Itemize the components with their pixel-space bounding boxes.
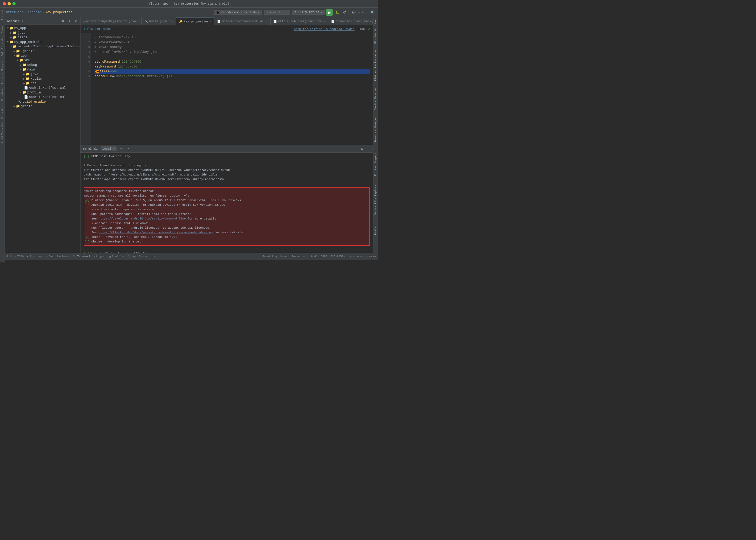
terminal-item[interactable]: ⬛ Terminal xyxy=(73,255,90,258)
debug-button[interactable]: 🐛 xyxy=(334,10,340,15)
project-panel: Android ▾ ⚙ ≡ ⚙ ▼ 📁 my_app ▶ 📁 java ▶ 📁 … xyxy=(5,17,80,253)
device-selector[interactable]: 📱 <no device selected> ▾ xyxy=(214,10,262,15)
tree-item-res[interactable]: ▶ 📁 res xyxy=(5,81,80,85)
breadcrumb: flutter-app › android › key.properties xyxy=(2,11,72,14)
hide-button[interactable]: Hide xyxy=(358,28,365,31)
profiler-item[interactable]: ◑ Profiler xyxy=(109,255,125,258)
device-manager-label[interactable]: Device Manager xyxy=(374,87,377,110)
terminal-content[interactable]: [✓] HTTP Host Availability ! Doctor foun… xyxy=(80,153,373,253)
tree-item-my-app-android[interactable]: ▼ 📁 my_app_android xyxy=(5,40,80,44)
project-gear[interactable]: ⚙ xyxy=(73,19,78,23)
search-button[interactable]: 🔍 xyxy=(370,10,376,15)
charset[interactable]: ISO-8859-1 xyxy=(330,255,347,258)
problems-item[interactable]: ● Problems xyxy=(27,255,43,258)
tab-close-icon[interactable]: ✕ xyxy=(137,20,139,23)
minimize-button[interactable] xyxy=(8,2,11,5)
pixel-selector[interactable]: Pixel 5 API 30 ▾ xyxy=(292,10,324,15)
tree-item-app[interactable]: ▼ 📁 app xyxy=(5,54,80,58)
tree-item-gradle[interactable]: ▶ 📁 .gradle xyxy=(5,49,80,54)
tree-item-java[interactable]: ▶ 📁 java xyxy=(5,31,80,35)
tab-key-properties[interactable]: 🔑 key.properties ✕ xyxy=(176,18,214,25)
build-variants-label[interactable]: Build Variants xyxy=(1,123,4,144)
flutter-inspector-label[interactable]: Flutter Inspector xyxy=(374,149,377,177)
code-content[interactable]: # storePassword=123456 # keyPassword=123… xyxy=(91,33,373,145)
project-collapse[interactable]: ≡ xyxy=(67,19,71,23)
tree-item-kotlin[interactable]: ▶ 📁 kotlin xyxy=(5,76,80,81)
tab-close-icon[interactable]: ✕ xyxy=(324,20,325,23)
term-sel-4: [!] Android toolchain - develop for Andr… xyxy=(84,203,369,207)
term-sel-3: [✓] Flutter (Channel stable, 3.0.5, on m… xyxy=(84,198,369,203)
terminal-minimize[interactable]: ─ xyxy=(366,146,371,151)
maximize-button[interactable] xyxy=(12,2,16,5)
pull-requests-label[interactable]: Pull Requests xyxy=(1,37,4,56)
tree-item-androidmanifest2[interactable]: 📄 AndroidManifest.xml xyxy=(5,95,80,99)
tree-item-java2[interactable]: ▶ 📁 java xyxy=(5,72,80,76)
traffic-lights xyxy=(3,2,16,5)
project-label[interactable]: Project xyxy=(1,10,4,20)
dart-analysis-item[interactable]: ≡ Dart Analysis xyxy=(46,255,70,258)
open-in-studio-link[interactable]: Open for Editing in Android Studio xyxy=(294,28,354,31)
tree-item-debug[interactable]: ▶ 📁 debug xyxy=(5,63,80,67)
event-log[interactable]: Event Log xyxy=(262,255,277,258)
git-button[interactable]: Git: ✓ ✓ ↑ xyxy=(351,10,368,15)
terminal-tab-local[interactable]: Local ✕ xyxy=(101,146,116,151)
favorites-label[interactable]: Favorites xyxy=(1,105,4,119)
tree-item-main[interactable]: ▼ 📁 main xyxy=(5,67,80,72)
terminal-tab-add[interactable]: + xyxy=(119,147,124,151)
terminal-title: Terminal: Local ✕ + › xyxy=(83,146,131,151)
tree-item-android-root[interactable]: ▼ 📁 android ~/Flutter/applications/flutt… xyxy=(5,44,80,49)
tab-plugin-registrant[interactable]: ☕ neratedPluginRegistrant.java ✕ xyxy=(80,18,142,25)
layout-inspector[interactable]: Layout:Inspector: xyxy=(280,255,308,258)
code-line-1: # storePassword=123456 xyxy=(94,35,370,40)
todo-icon: ≡ xyxy=(15,255,16,258)
term-sel-12: [✓] Chrome - develop for the web xyxy=(84,239,369,244)
tree-item-profile[interactable]: ▼ 📁 profile xyxy=(5,90,80,95)
tab-launch-bg-v21[interactable]: 📄 v21/launch_background.xml ✕ xyxy=(271,18,328,25)
term-line-2: ! Doctor found issues in 1 category. xyxy=(84,163,370,168)
tab-launch-bg-drawable[interactable]: 📄 drawable/launch_background.xml ✕ xyxy=(328,18,373,25)
close-button[interactable] xyxy=(3,2,6,5)
clock: 9:41 xyxy=(311,255,317,258)
emulator-label[interactable]: Emulator xyxy=(374,222,377,235)
logcat-item[interactable]: ≡ Logcat xyxy=(93,255,106,258)
tree-item-gradle2[interactable]: ▶ 📁 gradle xyxy=(5,104,80,108)
todo-item[interactable]: ≡ TODO xyxy=(15,255,24,258)
tab-close-icon[interactable]: ✕ xyxy=(266,20,268,23)
device-file-explorer-label[interactable]: Device File Explorer xyxy=(374,183,377,215)
tab-close-icon[interactable]: ✕ xyxy=(172,20,173,23)
tree-item-my-app[interactable]: ▼ 📁 my_app xyxy=(5,26,80,31)
tree-item-androidmanifest1[interactable]: 📄 AndroidManifest.xml xyxy=(5,85,80,90)
structure-label[interactable]: Structure xyxy=(1,88,4,101)
key-icon: 🔑 xyxy=(179,20,183,24)
tab-close-icon[interactable]: ✕ xyxy=(210,20,211,23)
xml-icon: 📄 xyxy=(331,20,335,23)
app-inspection-item[interactable]: ⬛ App Inspection xyxy=(128,255,155,258)
breadcrumb-app[interactable]: flutter-app xyxy=(2,11,24,14)
profile-button[interactable]: ⏱ xyxy=(342,10,347,15)
tree-item-tests[interactable]: ▶ 📁 tests xyxy=(5,35,80,40)
project-settings[interactable]: ⚙ xyxy=(61,19,65,23)
flutter-outline-label[interactable]: Flutter Outline xyxy=(374,19,377,44)
resource-manager-right-label[interactable]: Resource Manager xyxy=(374,117,377,143)
branch[interactable]: ⬦ main xyxy=(366,255,376,258)
tab-androidmanifest[interactable]: 📄 main/AndroidManifest.xml ✕ xyxy=(214,18,270,25)
term-line-6: [✓] Android Studio (version 2021.2) xyxy=(84,251,370,253)
flutter-performance-label[interactable]: Flutter Performance xyxy=(374,50,377,81)
terminal-settings[interactable]: ⚙ xyxy=(360,146,365,151)
terminal-tab-arrow[interactable]: › xyxy=(126,147,131,151)
term-sel-8: ✗ Android license status unknown. xyxy=(84,221,369,226)
term-sel-1: 192:flutter-app stephen$ flutter doctor xyxy=(84,189,369,194)
tree-item-build-gradle[interactable]: 🔧 build.gradle xyxy=(5,99,80,104)
tab-build-gradle[interactable]: 🔧 build.gradle ✕ xyxy=(142,18,176,25)
breadcrumb-file[interactable]: key.properties xyxy=(45,11,72,14)
run-button[interactable]: ▶ xyxy=(326,9,333,16)
breadcrumb-android[interactable]: android xyxy=(28,11,41,14)
indent[interactable]: 4 spaces xyxy=(350,255,363,258)
tree-item-src[interactable]: ▼ 📁 src xyxy=(5,58,80,63)
bottom-left: ⎇ Git ≡ TODO ● Problems ≡ Dart Analysis … xyxy=(2,255,155,258)
resource-manager-label[interactable]: Resource Manager xyxy=(1,61,4,84)
dart-file-selector[interactable]: ⚡ main.dart ▾ xyxy=(264,10,291,15)
xml-icon: 📄 xyxy=(273,20,277,23)
line-ending[interactable]: CRLF xyxy=(321,255,327,258)
commit-label[interactable]: Commit xyxy=(1,24,4,33)
